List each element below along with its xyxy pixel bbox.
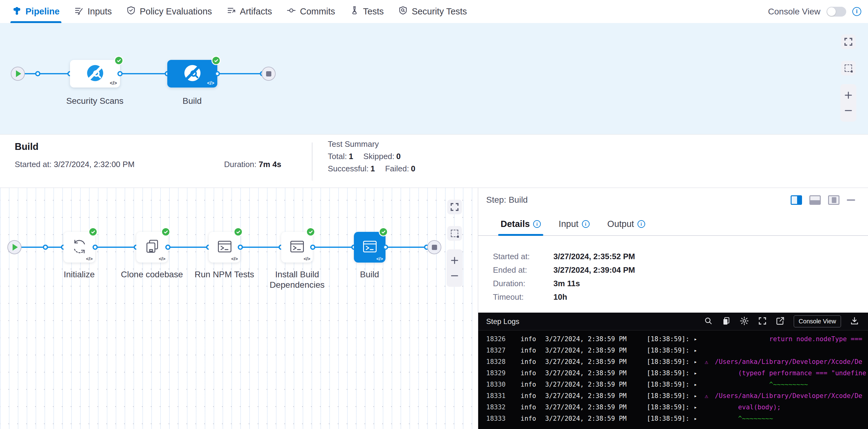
layout-split-right-button[interactable]: [790, 195, 802, 205]
tab-output[interactable]: Output: [608, 219, 645, 235]
code-glyph: [159, 256, 165, 261]
log-level: info: [521, 345, 545, 356]
expand-caret-icon[interactable]: ▸: [694, 379, 705, 390]
expand-caret-icon[interactable]: ▸: [694, 368, 705, 379]
step-node-install-build-dependencies[interactable]: [281, 232, 313, 263]
code-glyph: [231, 256, 238, 261]
warn-slot: [705, 368, 715, 379]
detail-row: Duration: 3m 11s: [493, 279, 868, 288]
duration-value: 7m 4s: [259, 160, 281, 169]
expand-caret-icon[interactable]: ▸: [694, 345, 705, 356]
log-time-prefix: [18:38:59]:: [647, 368, 694, 379]
copy-logs-button[interactable]: [722, 316, 731, 327]
expand-caret-icon[interactable]: ▸: [694, 390, 705, 402]
fit-to-screen-button[interactable]: [447, 200, 462, 214]
started-at: Started at: 3/27/2024, 2:32:00 PM: [15, 160, 134, 169]
info-icon[interactable]: [582, 220, 590, 228]
tab-artifacts[interactable]: Artifacts: [227, 0, 272, 23]
step-node-build[interactable]: [354, 232, 385, 263]
tab-policy-evaluations[interactable]: Policy Evaluations: [126, 0, 212, 23]
step-node-initialize[interactable]: [64, 232, 95, 263]
log-line-number: 18332: [486, 402, 521, 413]
tab-inputs[interactable]: Inputs: [74, 0, 112, 23]
expand-caret-icon[interactable]: ▸: [694, 413, 705, 424]
layout-floating-button[interactable]: [828, 195, 839, 205]
warn-slot: [705, 413, 715, 424]
step-node-clone-codebase[interactable]: [136, 232, 168, 263]
expand-caret-icon[interactable]: ▸: [694, 356, 705, 368]
step-label: Initialize: [39, 269, 119, 280]
info-icon[interactable]: [852, 7, 861, 16]
download-logs-button[interactable]: [850, 316, 859, 327]
fullscreen-logs-button[interactable]: [758, 316, 767, 327]
zoom-out-button[interactable]: [840, 106, 856, 115]
stage-label: Build: [146, 96, 238, 106]
marquee-icon: [845, 64, 852, 72]
play-icon: [16, 70, 21, 77]
open-in-new-button[interactable]: [776, 316, 784, 327]
tab-pipeline[interactable]: Pipeline: [12, 0, 60, 23]
stage-end-node: [427, 240, 441, 254]
stage-node-build[interactable]: [167, 60, 217, 88]
edge-port: [165, 245, 170, 250]
tab-input[interactable]: Input: [559, 219, 590, 235]
success-badge: [161, 227, 170, 237]
clone-icon: [144, 239, 160, 256]
log-settings-button[interactable]: [740, 316, 749, 327]
log-level: info: [521, 356, 545, 368]
fit-to-screen-button[interactable]: [841, 34, 856, 49]
expand-caret-icon[interactable]: ▸: [694, 402, 705, 413]
step-canvas-controls: [446, 200, 463, 287]
console-view-toggle[interactable]: [827, 7, 846, 17]
log-level: info: [521, 390, 545, 402]
toggle-knob: [827, 7, 836, 16]
panel-layout-controls: [790, 195, 855, 205]
log-line-number: 18328: [486, 356, 521, 368]
tab-label: Inputs: [88, 6, 112, 17]
info-icon[interactable]: [638, 220, 645, 228]
code-glyph: [86, 256, 93, 261]
zoom-out-button[interactable]: [446, 272, 463, 280]
log-line: 18331info3/27/2024, 2:38:59 PM[18:38:59]…: [478, 390, 868, 402]
log-date: 3/27/2024, 2:38:59 PM: [545, 390, 647, 402]
tab-details[interactable]: Details: [501, 219, 541, 235]
stage-summary-bar: Build Started at: 3/27/2024, 2:32:00 PM …: [0, 134, 868, 188]
tab-tests[interactable]: Tests: [350, 0, 384, 23]
flask-icon: [350, 6, 359, 17]
success-badge: [114, 56, 123, 65]
info-icon[interactable]: [533, 220, 541, 228]
minimize-panel-button[interactable]: [847, 199, 855, 201]
log-date: 3/27/2024, 2:38:59 PM: [545, 402, 647, 413]
tab-security-tests[interactable]: Security Tests: [398, 0, 467, 23]
stage-node-security-scans[interactable]: [70, 60, 120, 88]
log-message: ^~~~~~~~~: [715, 413, 773, 424]
tab-commits[interactable]: Commits: [287, 0, 335, 23]
marquee-select-button[interactable]: [841, 61, 856, 75]
log-level: info: [521, 334, 545, 345]
step-logs-panel: Step Logs: [478, 313, 868, 429]
stage-graph-canvas: Security Scans Build: [0, 23, 868, 134]
test-summary-row: Successful:1 Failed:0: [328, 164, 415, 174]
log-date: 3/27/2024, 2:38:59 PM: [545, 345, 647, 356]
edge-port: [93, 245, 98, 250]
terminal-icon: [289, 239, 305, 256]
log-message: eval(body);: [715, 402, 781, 413]
layout-split-bottom-button[interactable]: [809, 195, 821, 205]
play-icon: [12, 244, 18, 251]
log-level: info: [521, 368, 545, 379]
step-node-run-npm-tests[interactable]: [209, 232, 240, 263]
tab-label: Security Tests: [412, 6, 467, 17]
stop-icon: [266, 71, 271, 76]
step-logs-header: Step Logs: [478, 313, 868, 330]
console-view-button[interactable]: Console View: [794, 315, 841, 327]
expand-caret-icon[interactable]: ▸: [694, 334, 705, 345]
zoom-in-button[interactable]: [446, 256, 463, 265]
marquee-icon: [451, 230, 458, 237]
search-logs-button[interactable]: [704, 316, 713, 327]
detail-value: 3/27/2024, 2:39:04 PM: [553, 265, 635, 275]
zoom-in-button[interactable]: [840, 91, 856, 99]
detail-value: 10h: [553, 292, 567, 302]
stage-canvas-controls: [840, 34, 856, 122]
log-time-prefix: [18:38:59]:: [647, 413, 694, 424]
marquee-select-button[interactable]: [447, 226, 462, 241]
